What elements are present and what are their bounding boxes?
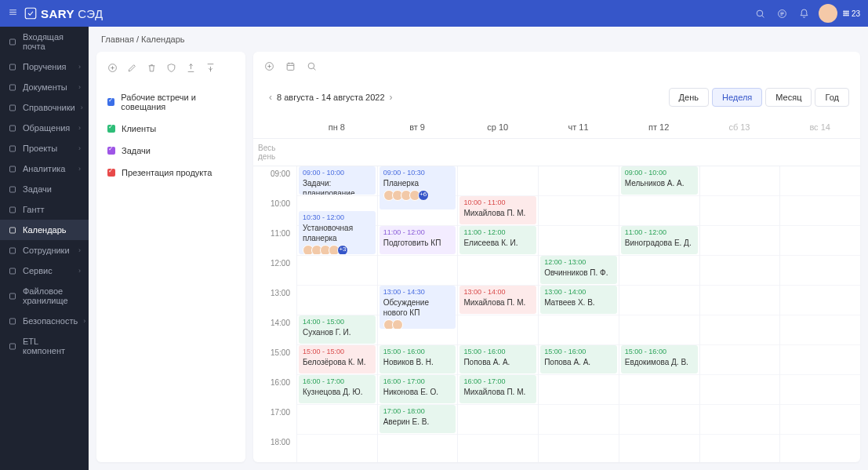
edit-icon[interactable] bbox=[127, 63, 137, 75]
shield-icon[interactable] bbox=[166, 63, 176, 75]
svg-rect-28 bbox=[10, 293, 16, 299]
chart-icon bbox=[8, 164, 17, 173]
chevron-right-icon: › bbox=[78, 267, 81, 275]
sidenav-item-1[interactable]: Поручения› bbox=[0, 56, 89, 77]
sidenav-item-11[interactable]: Сервис› bbox=[0, 261, 89, 281]
avatar-more: +6 bbox=[418, 190, 429, 201]
event-time: 16:00 - 17:00 bbox=[463, 377, 532, 387]
event-title: Мельников А. А. bbox=[625, 178, 694, 188]
sidenav-item-10[interactable]: Сотрудники› bbox=[0, 240, 89, 261]
sidenav-label: Поручения bbox=[23, 62, 67, 71]
event[interactable]: 13:00 - 14:00Матвеев Х. В. bbox=[540, 286, 617, 314]
next-icon[interactable]: › bbox=[385, 92, 398, 103]
add-event-icon[interactable] bbox=[264, 61, 274, 74]
export-icon[interactable] bbox=[186, 63, 196, 75]
filters-toolbar bbox=[96, 60, 245, 86]
event-time: 16:00 - 17:00 bbox=[303, 377, 372, 387]
event[interactable]: 17:00 - 18:00Аверин Е. В. bbox=[380, 405, 456, 433]
event[interactable]: 10:00 - 11:00Михайлова П. М. bbox=[459, 196, 536, 224]
chevron-right-icon: › bbox=[83, 317, 85, 325]
event[interactable]: 09:00 - 10:00Задачи: планирование bbox=[299, 166, 376, 195]
view-year[interactable]: Год bbox=[815, 88, 849, 107]
svg-point-13 bbox=[844, 15, 845, 16]
sidenav-item-12[interactable]: Файловое хранилище bbox=[0, 281, 89, 311]
filter-checkbox[interactable] bbox=[107, 169, 115, 177]
sidenav-item-7[interactable]: Задачи bbox=[0, 179, 89, 199]
view-month[interactable]: Месяц bbox=[765, 88, 812, 107]
event[interactable]: 15:00 - 16:00Новиков В. Н. bbox=[380, 345, 456, 373]
event[interactable]: 16:00 - 17:00Михайлова П. М. bbox=[459, 375, 536, 403]
view-day[interactable]: День bbox=[669, 88, 709, 107]
sidenav-item-13[interactable]: Безопасность› bbox=[0, 311, 89, 331]
svg-line-5 bbox=[762, 15, 764, 17]
event[interactable]: 09:00 - 10:30Планерка+6 bbox=[380, 166, 456, 209]
calendar-filter-3[interactable]: Презентация продукта bbox=[96, 162, 245, 184]
cal-search-icon[interactable] bbox=[307, 61, 317, 74]
calendar-filter-0[interactable]: Рабочие встречи и совещания bbox=[96, 86, 245, 118]
event-title: Михайлова П. М. bbox=[463, 208, 532, 218]
sidenav-item-6[interactable]: Аналитика› bbox=[0, 158, 89, 179]
day-column: 09:00 - 10:00Мельников А. А.11:00 - 12:0… bbox=[619, 166, 699, 462]
filter-checkbox[interactable] bbox=[107, 98, 114, 106]
day-header: пн 8 bbox=[296, 116, 377, 138]
prev-icon[interactable]: ‹ bbox=[264, 92, 277, 103]
etl-icon bbox=[8, 341, 17, 351]
event[interactable]: 13:00 - 14:00Михайлова П. М. bbox=[459, 286, 536, 314]
breadcrumb-home[interactable]: Главная bbox=[101, 35, 134, 44]
hour-label: 16:00 bbox=[253, 375, 296, 405]
sidenav-item-2[interactable]: Документы› bbox=[0, 77, 89, 97]
add-icon[interactable] bbox=[107, 63, 118, 75]
apps-badge[interactable]: 23 bbox=[842, 9, 860, 18]
event-time: 13:00 - 14:00 bbox=[544, 288, 613, 297]
event[interactable]: 15:00 - 15:00Белозёрова К. М. bbox=[299, 345, 376, 373]
chat-icon[interactable] bbox=[772, 2, 794, 24]
hour-label: 10:00 bbox=[253, 196, 296, 226]
calendar-filter-2[interactable]: Задачи bbox=[96, 140, 245, 162]
event[interactable]: 15:00 - 16:00Евдокимова Д. В. bbox=[621, 345, 698, 373]
event-time: 09:00 - 10:00 bbox=[303, 169, 372, 178]
bell-icon[interactable] bbox=[794, 2, 815, 24]
sidenav-item-0[interactable]: Входящая почта bbox=[0, 27, 89, 56]
hour-label: 12:00 bbox=[253, 256, 296, 286]
user-avatar[interactable] bbox=[819, 4, 837, 23]
event[interactable]: 14:00 - 15:00Суханов Г. И. bbox=[299, 315, 376, 344]
today-icon[interactable] bbox=[285, 61, 296, 74]
svg-rect-29 bbox=[10, 319, 16, 324]
event[interactable]: 10:30 - 12:00Установочная планерка+3 bbox=[299, 211, 376, 254]
chevron-right-icon: › bbox=[78, 83, 81, 91]
event[interactable]: 11:00 - 12:00Подготовить КП bbox=[380, 226, 456, 254]
trash-icon[interactable] bbox=[147, 63, 157, 75]
event[interactable]: 16:00 - 17:00Кузнецова Д. Ю. bbox=[299, 375, 376, 403]
logo[interactable]: SARY СЭД bbox=[24, 6, 104, 20]
search-icon[interactable] bbox=[750, 2, 772, 24]
event-title: Михайлова П. М. bbox=[463, 297, 532, 308]
event[interactable]: 15:00 - 16:00Попова А. А. bbox=[459, 345, 536, 373]
view-week[interactable]: Неделя bbox=[712, 88, 762, 107]
event-title: Попова А. А. bbox=[544, 357, 613, 367]
event[interactable]: 13:00 - 14:30Обсуждение нового КП bbox=[380, 286, 456, 329]
calendar-filter-1[interactable]: Клиенты bbox=[96, 118, 245, 140]
event[interactable]: 16:00 - 17:00Никонова Е. О. bbox=[380, 375, 456, 403]
filter-checkbox[interactable] bbox=[107, 147, 115, 155]
sidenav-item-9[interactable]: Календарь bbox=[0, 220, 89, 240]
sidenav-item-3[interactable]: Справочники› bbox=[0, 97, 89, 118]
gantt-icon bbox=[8, 205, 17, 214]
event[interactable]: 11:00 - 12:00Елисеева К. И. bbox=[459, 226, 536, 254]
svg-rect-37 bbox=[287, 64, 294, 71]
filter-checkbox[interactable] bbox=[107, 125, 115, 133]
sidenav-item-4[interactable]: Обращения› bbox=[0, 118, 89, 138]
event-time: 11:00 - 12:00 bbox=[463, 228, 532, 238]
event[interactable]: 15:00 - 16:00Попова А. А. bbox=[540, 345, 617, 373]
sidenav-item-8[interactable]: Гантт bbox=[0, 199, 89, 220]
breadcrumb-current: Календарь bbox=[141, 35, 185, 44]
event[interactable]: 12:00 - 13:00Овчинников П. Ф. bbox=[540, 256, 617, 284]
event-time: 14:00 - 15:00 bbox=[303, 318, 372, 327]
calendar-grid[interactable]: пн 8вт 9ср 10чт 11пт 12сб 13вс 14 Весь д… bbox=[253, 116, 860, 462]
sidenav-item-5[interactable]: Проекты› bbox=[0, 138, 89, 158]
event[interactable]: 11:00 - 12:00Виноградова Е. Д. bbox=[621, 226, 698, 254]
event[interactable]: 09:00 - 10:00Мельников А. А. bbox=[621, 166, 698, 195]
sidenav-item-14[interactable]: ETL компонент bbox=[0, 331, 89, 361]
import-icon[interactable] bbox=[205, 63, 216, 75]
svg-rect-18 bbox=[10, 85, 16, 90]
hamburger-icon[interactable] bbox=[8, 7, 24, 20]
